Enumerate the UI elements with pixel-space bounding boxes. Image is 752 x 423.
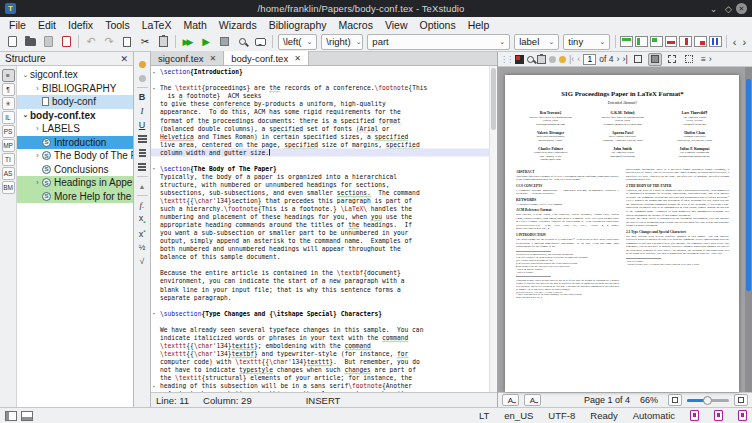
- zoom-original-button[interactable]: [668, 394, 682, 406]
- code-line[interactable]: the \textit{structural} elements of your…: [151, 374, 496, 382]
- expander-icon[interactable]: ›: [33, 179, 42, 186]
- menu-file[interactable]: File: [3, 19, 32, 31]
- code-line[interactable]: such a hierarchy.\footnote{This is a foo…: [151, 205, 496, 213]
- code-line[interactable]: footnote here. Let's make this a rather …: [151, 390, 496, 392]
- code-line[interactable]: environment, you can indicate the start …: [151, 277, 496, 285]
- dictionary-language[interactable]: en_US: [504, 410, 533, 421]
- fold-marker-icon[interactable]: ▾: [153, 382, 156, 390]
- code-line[interactable]: ▾The \textit{proceedings} are the record…: [151, 84, 496, 92]
- tab-sigconf-tex[interactable]: sigconf.tex✕: [151, 51, 224, 65]
- close-tab-icon[interactable]: ✕: [294, 54, 301, 63]
- collapse-icon[interactable]: ▲: [135, 180, 150, 193]
- previous-page-icon[interactable]: ‹: [577, 54, 580, 64]
- maximize-icon[interactable]: ◇: [721, 4, 736, 14]
- magenta-marker-icon-2[interactable]: [714, 410, 723, 421]
- go-back-icon[interactable]: ‹: [730, 36, 740, 48]
- close-icon[interactable]: ✕: [736, 3, 747, 14]
- copy-button[interactable]: [118, 33, 136, 50]
- page-number-input[interactable]: [583, 54, 596, 65]
- code-line[interactable]: ▾\subsection{Type Changes and {\itshape …: [151, 309, 496, 317]
- tree-item-body-conf-tex[interactable]: ⌄body-conf.tex: [17, 109, 133, 123]
- menu-macros[interactable]: Macros: [332, 19, 378, 31]
- code-line[interactable]: (balanced double columns), a specified s…: [151, 124, 496, 132]
- fold-marker-icon[interactable]: ▾: [153, 68, 156, 76]
- fit-window-button[interactable]: [631, 53, 645, 66]
- tree-item-body-conf[interactable]: body-conf: [17, 95, 133, 109]
- view-pdf-button[interactable]: [233, 33, 251, 50]
- fraction-icon[interactable]: ½: [135, 241, 150, 254]
- code-line[interactable]: live area, centered on the page, specifi…: [151, 140, 496, 148]
- tree-item-the-body-of-the-paper[interactable]: ›SThe Body of The Paper: [17, 149, 133, 163]
- expander-icon[interactable]: ›: [33, 152, 42, 159]
- languagetool-indicator[interactable]: LT: [479, 410, 489, 421]
- code-line[interactable]: \texttt{{\char'134}section} that precede…: [151, 197, 496, 205]
- bold-icon[interactable]: B: [135, 91, 150, 104]
- menu-help[interactable]: Help: [462, 19, 496, 31]
- function-icon[interactable]: f.: [135, 199, 150, 212]
- code-line[interactable]: [151, 317, 496, 325]
- tree-item-more-help-for-the-hardy[interactable]: SMore Help for the Hardy: [17, 190, 133, 204]
- menu-edit[interactable]: Edit: [32, 19, 62, 31]
- code-line[interactable]: Helvetica and Times Roman) in certain sp…: [151, 132, 496, 140]
- save-button[interactable]: [39, 33, 57, 50]
- symbols-tab-icon[interactable]: ✳: [2, 97, 15, 110]
- next-page-icon[interactable]: ›: [617, 54, 620, 64]
- comment-button[interactable]: [251, 33, 269, 50]
- table-remove-cell-icon[interactable]: [694, 36, 707, 47]
- menu-tools[interactable]: Tools: [99, 19, 136, 31]
- line-ending-mode[interactable]: Automatic: [633, 410, 675, 421]
- asymptote-tab-icon[interactable]: AS: [2, 167, 15, 180]
- tree-item-headings-in-appendices[interactable]: ›SHeadings in Appendices: [17, 176, 133, 190]
- table-add-row-icon[interactable]: [620, 36, 633, 47]
- code-line[interactable]: column width and gutter size.: [151, 148, 496, 156]
- menu-wizards[interactable]: Wizards: [213, 19, 263, 31]
- go-forward-icon[interactable]: ›: [739, 36, 749, 48]
- tikz-tab-icon[interactable]: TI: [2, 153, 15, 166]
- code-line[interactable]: Typically, the body of a paper is organi…: [151, 173, 496, 181]
- right-bracket-dropdown[interactable]: \right)⌄: [321, 34, 363, 50]
- structure-tab-icon[interactable]: ≡: [2, 69, 15, 82]
- bookmarks-tab-icon[interactable]: ¶: [2, 83, 15, 96]
- expander-icon[interactable]: ›: [33, 125, 42, 132]
- splitter-handle[interactable]: ⋮⋮: [500, 55, 512, 64]
- menu-view[interactable]: View: [379, 19, 414, 31]
- tab-body-conf-tex[interactable]: body-conf.tex✕: [224, 51, 309, 65]
- last-page-icon[interactable]: ›|: [623, 54, 628, 64]
- code-line[interactable]: subsections, sub-subsections, and even s…: [151, 189, 496, 197]
- align-center-icon[interactable]: [135, 147, 150, 160]
- decrease-font-button[interactable]: A: [502, 394, 519, 406]
- tree-item-conclusions[interactable]: SConclusions: [17, 163, 133, 177]
- table-add-cell-icon[interactable]: [650, 36, 663, 47]
- align-left-icon[interactable]: [135, 133, 150, 146]
- code-line[interactable]: \texttt{{\char'134}textit}; emboldening …: [151, 342, 496, 350]
- increase-font-button[interactable]: A: [524, 394, 541, 406]
- pdf-page-area[interactable]: SIG Proceedings Paper in LaTeX Format*Ex…: [498, 67, 752, 392]
- fit-width-button[interactable]: [648, 53, 662, 66]
- code-line[interactable]: ▾\section{Introduction}: [151, 68, 496, 76]
- fold-marker-icon[interactable]: ▾: [153, 309, 156, 317]
- undo-button[interactable]: ↶: [82, 33, 100, 50]
- minimize-icon[interactable]: ⌄: [706, 4, 721, 14]
- code-editor[interactable]: ▾\section{Introduction}▾The \textit{proc…: [151, 66, 497, 392]
- bookmark-disabled-icon[interactable]: [135, 72, 150, 85]
- sync-disabled-icon[interactable]: [549, 56, 556, 63]
- code-line[interactable]: Because the entire article is contained …: [151, 269, 496, 277]
- table-remove-column-icon[interactable]: [679, 36, 692, 47]
- fullscreen-button[interactable]: [734, 394, 748, 406]
- code-line[interactable]: computer code) with \texttt{{\char'134}t…: [151, 358, 496, 366]
- redo-button[interactable]: ↷: [100, 33, 118, 50]
- code-line[interactable]: appearance. To do this, ACM has some rig…: [151, 108, 496, 116]
- pdf-menu-icon[interactable]: ≡: [701, 54, 706, 64]
- code-line[interactable]: blank line in your input file; that is w…: [151, 285, 496, 293]
- expander-icon[interactable]: ›: [33, 85, 42, 92]
- font-size-dropdown[interactable]: tiny⌄: [563, 34, 610, 50]
- pdf-search-icon[interactable]: [527, 56, 534, 63]
- first-page-icon[interactable]: |‹: [569, 54, 574, 64]
- tree-item-introduction[interactable]: SIntroduction: [17, 136, 133, 150]
- toggle-messages-icon[interactable]: [21, 411, 33, 421]
- label-dropdown[interactable]: label⌄: [514, 34, 559, 50]
- open-file-button[interactable]: [21, 33, 39, 50]
- code-line[interactable]: format of the proceedings documents: the…: [151, 116, 496, 124]
- code-line[interactable]: to give these conference by-products a u…: [151, 100, 496, 108]
- compile-button[interactable]: ▶: [197, 33, 215, 50]
